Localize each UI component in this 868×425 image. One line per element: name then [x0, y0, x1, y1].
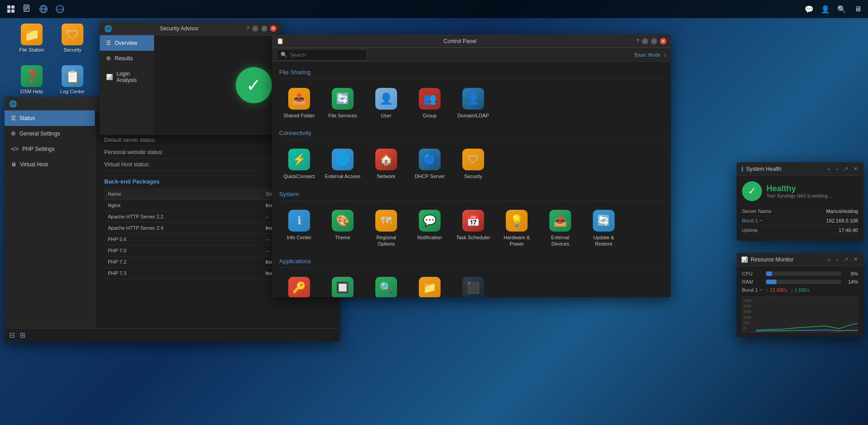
cp-section-title: Applications: [279, 258, 664, 268]
desktop-icon-security[interactable]: 🛡 Security: [54, 22, 91, 54]
sh-title: System Health: [746, 166, 823, 172]
appportal-icon: 🔲: [332, 277, 354, 297]
rm-pin-btn[interactable]: +: [826, 256, 831, 262]
cp-icon-label-network: Network: [377, 173, 395, 179]
sh-bond-link[interactable]: Bond 1: [742, 218, 758, 223]
results-icon: ⚙: [106, 55, 111, 62]
ws-col-name: Name: [104, 188, 262, 200]
sh-min-btn[interactable]: −: [834, 166, 840, 172]
desktop-icon-dsm-help[interactable]: ❓ DSM Help: [14, 63, 50, 96]
cp-icon-item-security[interactable]: 🛡Security: [453, 145, 493, 183]
results-label: Results: [115, 55, 133, 62]
cp-icon-label-quickconn: QuickConnect: [283, 173, 315, 179]
cp-icon-item-appportal[interactable]: 🔲Application Portal: [323, 273, 363, 297]
document-icon[interactable]: [20, 2, 34, 16]
cp-icon-item-extdev[interactable]: 📤External Devices: [540, 206, 580, 251]
sh-header: ℹ System Health + − ↗ ✕: [737, 162, 863, 176]
security-sidebar: ☰ Overview ⚙ Results 📊 Login Analysis: [100, 35, 154, 135]
cp-search-bar[interactable]: 🔍: [276, 49, 367, 61]
cp-icon-item-hardware[interactable]: 💡Hardware & Power: [497, 206, 537, 251]
privileges-icon: 🔑: [288, 277, 310, 297]
security-check-circle: ✓: [236, 67, 272, 103]
sh-status-text: Healthy Your Synology NAS is working ...: [766, 184, 833, 198]
globe-icon[interactable]: [36, 2, 51, 16]
ws-menu-php[interactable]: </> PHP Settings: [5, 141, 95, 157]
cp-icon-item-privileges[interactable]: 🔑Privileges: [279, 273, 319, 297]
cp-basic-mode[interactable]: Basic Mode: [635, 52, 660, 58]
theme-icon: 🎨: [332, 210, 354, 232]
cp-icon-item-indexing[interactable]: 🔍Indexing Service: [366, 273, 406, 297]
cp-icon-item-terminal[interactable]: ⬛Terminal & SNMP: [453, 273, 493, 297]
sa-help-btn[interactable]: ?: [247, 25, 249, 32]
desktop-icon-log-center[interactable]: 📋 Log Center: [54, 63, 91, 96]
ws-bottom-icon2[interactable]: ⊞: [19, 331, 25, 339]
www-icon[interactable]: WWW: [53, 2, 67, 16]
taskbar-right: 💬 👤 🔍 🖥: [803, 3, 864, 15]
sh-bond-ip: 192.168.0.108: [826, 218, 858, 223]
security-icon: 🛡: [462, 149, 484, 170]
security-menu-login[interactable]: 📊 Login Analysis: [100, 66, 154, 88]
log-center-icon: 📋: [62, 65, 83, 87]
cp-icon-item-info[interactable]: ℹInfo Center: [279, 206, 319, 251]
user-icon[interactable]: 👤: [819, 3, 832, 15]
cp-controls: ? − □ ✕: [636, 38, 666, 44]
cp-section: Applications🔑Privileges🔲Application Port…: [279, 258, 664, 297]
cp-icon-item-user[interactable]: 👤User: [366, 84, 406, 122]
sh-status-row: ✓ Healthy Your Synology NAS is working .…: [742, 181, 858, 201]
cp-max-btn[interactable]: □: [651, 38, 657, 44]
sh-close-btn[interactable]: ✕: [852, 166, 859, 172]
rm-close-btn[interactable]: ✕: [852, 256, 859, 262]
sh-pop-btn[interactable]: ↗: [843, 166, 849, 172]
cp-icon-item-task[interactable]: 📅Task Scheduler: [453, 206, 493, 251]
taskbar-left: WWW: [4, 2, 67, 16]
sh-pin-btn[interactable]: +: [826, 166, 831, 172]
cp-icon-item-update[interactable]: 🔄Update & Restore: [584, 206, 624, 251]
security-menu-results[interactable]: ⚙ Results: [100, 51, 154, 66]
sa-min-btn[interactable]: −: [252, 25, 258, 32]
chat-icon[interactable]: 💬: [803, 3, 815, 15]
cp-body: File Sharing📤Shared Folder🔄File Services…: [272, 62, 671, 297]
ws-bottom-icon1[interactable]: ⊟: [9, 331, 15, 339]
monitor-icon[interactable]: 🖥: [852, 3, 864, 15]
cp-subheader: 🔍 Basic Mode ›: [272, 48, 671, 62]
cp-icon-item-network[interactable]: 🏠Network: [366, 145, 406, 183]
cp-icon-label-notif: Notification: [417, 234, 442, 241]
sa-max-btn[interactable]: □: [261, 25, 267, 32]
network-icon: 🏠: [375, 149, 397, 170]
cp-icon-item-notif[interactable]: 💬Notification: [410, 206, 450, 251]
sh-bond-label: Bond 1 ~: [742, 218, 762, 223]
cp-icon-item-dhcp[interactable]: 🔵DHCP Server: [410, 145, 450, 183]
ws-menu-general-settings[interactable]: ⚙ General Settings: [5, 126, 95, 141]
hardware-icon: 💡: [506, 210, 528, 232]
cp-icon-grid: 📤Shared Folder🔄File Services👤User👥Group👤…: [279, 84, 664, 122]
cp-icon-item-shared[interactable]: 📤Shared Folder: [279, 84, 319, 122]
desktop-icon-file-station[interactable]: 📁 File Station: [14, 22, 50, 54]
cp-icon-item-sharedsync[interactable]: 📁Shared Folder Sync: [410, 273, 450, 297]
cp-icon-item-fileserv[interactable]: 🔄File Services: [323, 84, 363, 122]
search-icon[interactable]: 🔍: [835, 3, 848, 15]
quickconn-icon: ⚡: [288, 149, 310, 170]
task-icon: 📅: [462, 210, 484, 232]
cp-icon-item-group[interactable]: 👥Group: [410, 84, 450, 122]
rm-cpu-bar-container: [766, 271, 841, 276]
ws-menu-status[interactable]: ☰ Status: [5, 111, 95, 126]
cp-icon-item-regional[interactable]: 🗺Regional Options: [366, 206, 406, 251]
rm-pop-btn[interactable]: ↗: [843, 256, 849, 262]
cp-min-btn[interactable]: −: [642, 38, 648, 44]
cp-icon-item-domain[interactable]: 👤Domain/LDAP: [453, 84, 493, 122]
sa-close-btn[interactable]: ✕: [270, 25, 276, 32]
cp-close-btn[interactable]: ✕: [660, 38, 666, 44]
cp-icon-item-quickconn[interactable]: ⚡QuickConnect: [279, 145, 319, 183]
rm-header: 📊 Resource Monitor + − ↗ ✕: [737, 253, 863, 266]
cp-icon-item-theme[interactable]: 🎨Theme: [323, 206, 363, 251]
cp-search-input[interactable]: [290, 52, 363, 58]
cp-icon-grid: ⚡QuickConnect🌐External Access🏠Network🔵DH…: [279, 145, 664, 183]
rm-ylabel-2500: 2500: [743, 299, 752, 303]
security-menu-overview[interactable]: ☰ Overview: [100, 35, 154, 51]
grid-icon[interactable]: [4, 2, 18, 16]
rm-min-btn[interactable]: −: [834, 256, 840, 262]
cp-icon-item-extaccess[interactable]: 🌐External Access: [323, 145, 363, 183]
ws-pkg-name: PHP 7.2: [104, 256, 262, 268]
ws-menu-virtual-host[interactable]: 🖥 Virtual Host: [5, 157, 95, 172]
cp-help-btn[interactable]: ?: [636, 38, 639, 44]
